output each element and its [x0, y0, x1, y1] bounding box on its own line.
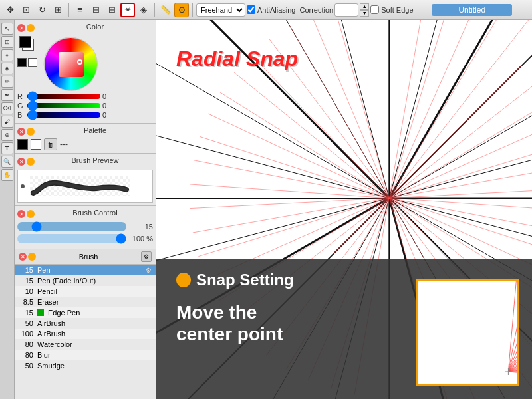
- color-sq[interactable]: [59, 52, 84, 77]
- palette-min-btn[interactable]: [27, 128, 35, 136]
- brush-ctrl-close-btn[interactable]: ✕: [17, 210, 25, 218]
- radial-snap-icon[interactable]: ✴: [120, 3, 135, 17]
- tool-hand[interactable]: ✋: [1, 169, 13, 181]
- color-wheel[interactable]: [44, 37, 98, 91]
- brush-mode-select[interactable]: Freehand: [196, 3, 245, 17]
- color-wheel-container[interactable]: [43, 36, 99, 92]
- snap-overlay: Snap Setting Move thecenter point: [156, 259, 532, 399]
- brush-num: 80: [19, 351, 33, 359]
- brush-item[interactable]: 50Smudge: [15, 360, 156, 371]
- palette-bg[interactable]: [31, 139, 41, 150]
- brush-num: 15: [19, 277, 33, 285]
- circle-dot-icon[interactable]: ⊙: [174, 3, 189, 17]
- tool-icon-zoom[interactable]: ⊡: [19, 3, 33, 17]
- correction-down[interactable]: ▼: [360, 10, 369, 17]
- canvas-area[interactable]: Radial Snap Snap Setting Move thecenter …: [156, 20, 532, 399]
- antialias-checkbox[interactable]: [247, 5, 255, 14]
- brush-preview-min-btn[interactable]: [27, 158, 35, 166]
- tool-eraser[interactable]: ⌫: [1, 102, 13, 114]
- size-row: 15: [17, 222, 153, 231]
- brush-ctrl-min-btn[interactable]: [27, 210, 35, 218]
- brush-preview-close-btn[interactable]: ✕: [17, 158, 25, 166]
- brush-list-close-btn[interactable]: ✕: [19, 253, 27, 261]
- tool-icon-grid[interactable]: ⊞: [51, 3, 65, 17]
- brush-list-title: Brush: [36, 253, 141, 261]
- sep3: [192, 3, 193, 17]
- brush-item[interactable]: 8.5Eraser: [15, 297, 156, 307]
- tool-fill[interactable]: ◈: [1, 63, 13, 74]
- tool-select[interactable]: ⊡: [1, 36, 13, 48]
- brush-preview-controls: ✕: [17, 158, 35, 166]
- brush-item[interactable]: 100AirBrush: [15, 329, 156, 339]
- brush-name: Watercolor: [37, 340, 72, 348]
- brush-item-gear[interactable]: ⚙: [146, 267, 152, 274]
- sep2: [154, 3, 155, 17]
- tool-icon-9[interactable]: ◈: [136, 3, 151, 17]
- brush-num: 50: [19, 362, 33, 370]
- brush-num: 50: [19, 319, 33, 327]
- size-slider[interactable]: [17, 222, 126, 231]
- b-value: 0: [102, 111, 118, 119]
- toolbar: ✥ ⊡ ↻ ⊞ ≡ ⊟ ⊞ ✴ ◈ 📏 ⊙ Freehand AntiAlias…: [0, 0, 532, 20]
- antialias-label: AntiAliasing: [247, 5, 295, 14]
- b-row: B 0: [17, 111, 153, 119]
- g-slider[interactable]: [27, 103, 100, 108]
- tool-arrow[interactable]: ↖: [1, 23, 13, 35]
- brush-list-header: ✕ Brush ⚙: [15, 249, 156, 265]
- brush-item[interactable]: 80Blur: [15, 350, 156, 360]
- fg-swatch[interactable]: [19, 36, 31, 48]
- b-slider[interactable]: [27, 112, 100, 118]
- tool-type[interactable]: T: [1, 142, 13, 154]
- brush-num: 8.5: [19, 298, 33, 306]
- white-swatch[interactable]: [28, 58, 37, 67]
- g-label: G: [17, 102, 25, 110]
- color-close-btn[interactable]: ✕: [17, 24, 25, 32]
- snap-setting-text: Snap Setting: [196, 271, 294, 289]
- tool-icon-3[interactable]: ↻: [35, 3, 49, 17]
- opacity-slider[interactable]: [17, 234, 126, 243]
- tool-pen[interactable]: ✒: [1, 89, 13, 101]
- color-section: ✕ Color: [15, 20, 156, 124]
- palette-close-btn[interactable]: ✕: [17, 128, 25, 136]
- correction-stepper[interactable]: ▲ ▼: [360, 3, 369, 17]
- r-value: 0: [102, 92, 118, 100]
- tool-brush[interactable]: 🖌: [1, 116, 13, 128]
- brush-num: 15: [19, 266, 33, 274]
- palette-fg[interactable]: [17, 139, 28, 150]
- soft-edge-checkbox[interactable]: [370, 5, 379, 14]
- tool-icon-6[interactable]: ⊟: [88, 3, 103, 17]
- brush-item[interactable]: 15Pen⚙: [15, 265, 156, 275]
- tool-icon-7[interactable]: ⊞: [104, 3, 119, 17]
- left-panel: ✕ Color: [0, 20, 156, 399]
- tool-eyedrop[interactable]: ✏: [1, 76, 13, 88]
- tool-icon-move[interactable]: ✥: [3, 3, 17, 17]
- tool-stamp[interactable]: ⊕: [1, 129, 13, 141]
- brush-preview-section: ✕ Brush Preview: [15, 154, 156, 206]
- brush-item[interactable]: 50AirBrush: [15, 318, 156, 329]
- main-layout: ↖ ⊡ ⌖ ◈ ✏ ✒ ⌫ 🖌 ⊕ T 🔍 ✋ ✕ Color: [0, 20, 532, 399]
- brush-list-gear[interactable]: ⚙: [141, 251, 152, 262]
- svg-line-28: [389, 20, 532, 198]
- tool-icon-ruler[interactable]: 📏: [158, 3, 173, 17]
- sep1: [68, 3, 69, 17]
- brush-color-dot: [37, 309, 44, 316]
- brush-item[interactable]: 15Edge Pen: [15, 307, 156, 318]
- correction-input[interactable]: 0: [334, 3, 358, 17]
- correction-up[interactable]: ▲: [360, 3, 369, 10]
- color-min-btn[interactable]: [27, 24, 35, 32]
- brush-name: Smudge: [37, 362, 65, 370]
- tool-zoom2[interactable]: 🔍: [1, 156, 13, 168]
- brush-item[interactable]: 10Pencil: [15, 286, 156, 297]
- palette-delete-btn[interactable]: 🗑: [44, 138, 57, 150]
- black-swatch[interactable]: [17, 58, 27, 67]
- r-slider[interactable]: [27, 94, 100, 99]
- tool-lasso[interactable]: ⌖: [1, 49, 13, 61]
- snap-dot-icon: [176, 273, 191, 287]
- svg-line-70: [508, 372, 517, 384]
- tool-icon-5[interactable]: ≡: [72, 3, 87, 17]
- brush-item[interactable]: 80Watercolor: [15, 339, 156, 350]
- brush-list-min-btn[interactable]: [28, 253, 36, 261]
- radial-snap-label: Radial Snap: [176, 47, 298, 71]
- brush-item[interactable]: 15Pen (Fade In/Out): [15, 275, 156, 286]
- tools-strip: ↖ ⊡ ⌖ ◈ ✏ ✒ ⌫ 🖌 ⊕ T 🔍 ✋: [0, 20, 15, 399]
